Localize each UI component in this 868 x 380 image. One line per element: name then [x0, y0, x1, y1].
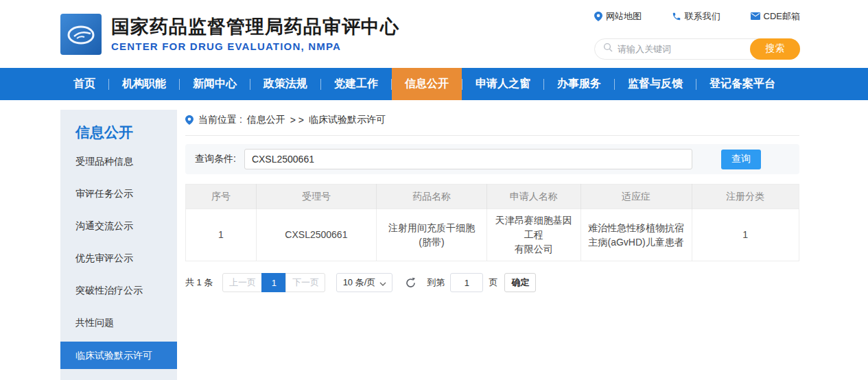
- chevron-down-icon: [379, 278, 386, 288]
- nav-item-registration-platform[interactable]: 登记备案平台: [696, 68, 788, 100]
- table-header-row: 序号 受理号 药品名称 申请人名称 适应症 注册分类: [186, 185, 799, 209]
- quicklink-sitemap-label: 网站地图: [606, 10, 642, 23]
- cell-applicant: 天津昂赛细胞基因工程 有限公司: [486, 209, 580, 261]
- breadcrumb-link-info-disclosure[interactable]: 信息公开: [247, 114, 285, 126]
- sidebar-item-marketed-drugs[interactable]: 上市药品信息: [60, 372, 177, 380]
- sidebar-title: 信息公开: [60, 122, 177, 145]
- quicklink-sitemap[interactable]: 网站地图: [594, 10, 642, 23]
- nav-item-policies[interactable]: 政策法规: [250, 68, 320, 100]
- page-size-value: 10 条/页: [343, 276, 376, 289]
- table-row: 1 CXSL2500661 注射用间充质干细胞 (脐带) 天津昂赛细胞基因工程 …: [186, 209, 799, 261]
- sidebar-item-clinical-trial-implied-license[interactable]: 临床试验默示许可: [60, 342, 177, 369]
- nav-item-supervision-feedback[interactable]: 监督与反馈: [615, 68, 696, 100]
- sidebar-item-review-tasks[interactable]: 审评任务公示: [60, 178, 177, 210]
- sidebar: 信息公开 受理品种信息 审评任务公示 沟通交流公示 优先审评公示 突破性治疗公示…: [60, 110, 177, 380]
- nav-item-functions[interactable]: 机构职能: [109, 68, 179, 100]
- quick-links: 网站地图 联系我们 CDE邮箱: [594, 10, 800, 23]
- main-nav: 首页 机构职能 新闻中心 政策法规 党建工作 信息公开 申请人之窗 办事服务 监…: [0, 68, 868, 100]
- site-header: 国家药品监督管理局药品审评中心 CENTER FOR DRUG EVALUATI…: [0, 0, 868, 68]
- query-label: 查询条件:: [195, 153, 236, 165]
- col-header-applicant: 申请人名称: [486, 185, 580, 209]
- page-number-1[interactable]: 1: [261, 273, 286, 292]
- page-size-select[interactable]: 10 条/页: [336, 273, 392, 292]
- breadcrumb-separator: > >: [290, 115, 304, 126]
- pagination: 共 1 条 上一页 1 下一页 10 条/页 到第 页 确定: [185, 273, 799, 292]
- search-button[interactable]: 搜索: [750, 38, 800, 60]
- query-input[interactable]: [244, 149, 692, 169]
- refresh-icon[interactable]: [403, 276, 417, 289]
- prev-page-button[interactable]: 上一页: [222, 273, 262, 292]
- phone-icon: [672, 12, 681, 21]
- col-header-index: 序号: [186, 185, 257, 209]
- mail-icon: [751, 12, 760, 20]
- quicklink-mail[interactable]: CDE邮箱: [751, 10, 800, 23]
- nav-item-news[interactable]: 新闻中心: [180, 68, 250, 100]
- cell-indication: 难治性急性移植物抗宿 主病(aGvHD)儿童患者: [580, 209, 692, 261]
- cell-drug-name: 注射用间充质干细胞 (脐带): [377, 209, 487, 261]
- query-button[interactable]: 查询: [721, 150, 761, 169]
- main-content: 当前位置 : 信息公开 > > 临床试验默示许可 查询条件: 查询 序号 受理号…: [185, 114, 799, 292]
- breadcrumb-pin-icon: [185, 115, 193, 125]
- goto-page-input[interactable]: [450, 273, 483, 292]
- col-header-drug-name: 药品名称: [377, 185, 487, 209]
- col-header-acceptance-no: 受理号: [256, 185, 376, 209]
- col-header-indication: 适应症: [580, 185, 692, 209]
- search-bar: 搜索: [594, 38, 800, 60]
- nav-item-services[interactable]: 办事服务: [544, 68, 614, 100]
- sidebar-item-breakthrough-therapy[interactable]: 突破性治疗公示: [60, 274, 177, 307]
- quicklink-contact[interactable]: 联系我们: [672, 10, 720, 23]
- logo-area: 国家药品监督管理局药品审评中心 CENTER FOR DRUG EVALUATI…: [60, 14, 399, 55]
- cell-acceptance-no: CXSL2500661: [256, 209, 376, 261]
- sidebar-item-priority-review[interactable]: 优先审评公示: [60, 242, 177, 274]
- location-pin-icon: [594, 12, 602, 21]
- cell-index: 1: [186, 209, 257, 261]
- page: 国家药品监督管理局药品审评中心 CENTER FOR DRUG EVALUATI…: [0, 0, 868, 380]
- site-title: 国家药品监督管理局药品审评中心: [111, 16, 399, 38]
- breadcrumb-current[interactable]: 临床试验默示许可: [309, 114, 386, 126]
- sidebar-item-accepted-varieties[interactable]: 受理品种信息: [60, 145, 177, 178]
- query-bar: 查询条件: 查询: [185, 144, 799, 174]
- quicklink-mail-label: CDE邮箱: [764, 10, 800, 23]
- sidebar-item-common-issues[interactable]: 共性问题: [60, 307, 177, 339]
- pagination-total: 共 1 条: [185, 276, 213, 289]
- pager-group: 上一页 1 下一页: [222, 273, 325, 292]
- quicklink-contact-label: 联系我们: [685, 10, 720, 23]
- cell-registration-class: 1: [692, 209, 799, 261]
- results-table: 序号 受理号 药品名称 申请人名称 适应症 注册分类 1 CXSL2500661…: [185, 184, 799, 261]
- nav-item-applicant-window[interactable]: 申请人之窗: [462, 68, 543, 100]
- col-header-registration-class: 注册分类: [692, 185, 799, 209]
- breadcrumb: 当前位置 : 信息公开 > > 临床试验默示许可: [185, 114, 799, 136]
- next-page-button[interactable]: 下一页: [285, 273, 325, 292]
- sidebar-item-communication[interactable]: 沟通交流公示: [60, 210, 177, 242]
- site-subtitle: CENTER FOR DRUG EVALUATION, NMPA: [111, 40, 399, 52]
- confirm-button[interactable]: 确定: [504, 273, 536, 292]
- nav-item-info-disclosure[interactable]: 信息公开: [392, 68, 462, 100]
- cde-logo-icon[interactable]: [60, 14, 102, 55]
- search-icon: [603, 43, 613, 55]
- goto-page-label: 到第: [427, 276, 445, 289]
- goto-page-unit: 页: [489, 276, 497, 289]
- breadcrumb-prefix: 当前位置 :: [198, 114, 242, 126]
- nav-item-party-building[interactable]: 党建工作: [321, 68, 391, 100]
- nav-item-home[interactable]: 首页: [60, 68, 108, 100]
